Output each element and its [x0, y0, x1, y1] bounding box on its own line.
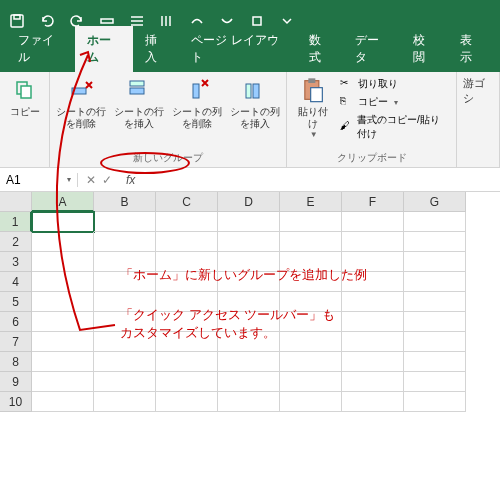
row-header-7[interactable]: 7 [0, 332, 32, 352]
cell-F9[interactable] [342, 372, 404, 392]
row-header-8[interactable]: 8 [0, 352, 32, 372]
paste-button[interactable]: 貼り付け ▼ [293, 76, 332, 142]
insert-row-button[interactable]: シートの行 を挿入 [114, 76, 164, 130]
cancel-icon[interactable]: ✕ [86, 173, 96, 187]
cell-G1[interactable] [404, 212, 466, 232]
cell-D2[interactable] [218, 232, 280, 252]
cut-button[interactable]: ✂切り取り [338, 76, 450, 92]
svg-rect-20 [310, 88, 322, 102]
cell-C2[interactable] [156, 232, 218, 252]
col-header-E[interactable]: E [280, 192, 342, 212]
delete-row-button[interactable]: シートの行 を削除 [56, 76, 106, 130]
tab-pagelayout[interactable]: ページ レイアウト [179, 26, 296, 72]
cell-D8[interactable] [218, 352, 280, 372]
cell-E8[interactable] [280, 352, 342, 372]
ribbon-tabs: ファイル ホーム 挿入 ページ レイアウト 数式 データ 校閲 表示 [0, 42, 500, 72]
tab-view[interactable]: 表示 [448, 26, 495, 72]
cell-A10[interactable] [32, 392, 94, 412]
row-header-1[interactable]: 1 [0, 212, 32, 232]
copy-icon: ⎘ [340, 95, 354, 109]
cell-F5[interactable] [342, 292, 404, 312]
tab-insert[interactable]: 挿入 [133, 26, 180, 72]
cell-A3[interactable] [32, 252, 94, 272]
col-header-A[interactable]: A [32, 192, 94, 212]
cell-G2[interactable] [404, 232, 466, 252]
cell-F7[interactable] [342, 332, 404, 352]
enter-icon[interactable]: ✓ [102, 173, 112, 187]
cell-G4[interactable] [404, 272, 466, 292]
col-header-C[interactable]: C [156, 192, 218, 212]
copy2-button[interactable]: ⎘コピー▾ [338, 94, 450, 110]
row-header-5[interactable]: 5 [0, 292, 32, 312]
cell-A1[interactable] [32, 212, 94, 232]
cell-B1[interactable] [94, 212, 156, 232]
scissors-icon: ✂ [340, 77, 354, 91]
cell-G8[interactable] [404, 352, 466, 372]
cell-F2[interactable] [342, 232, 404, 252]
cell-C8[interactable] [156, 352, 218, 372]
cell-E10[interactable] [280, 392, 342, 412]
name-box[interactable]: A1▾ [0, 173, 78, 187]
svg-rect-14 [130, 81, 144, 86]
cell-G3[interactable] [404, 252, 466, 272]
col-header-B[interactable]: B [94, 192, 156, 212]
col-header-D[interactable]: D [218, 192, 280, 212]
insert-col-button[interactable]: シートの列 を挿入 [230, 76, 280, 130]
tab-data[interactable]: データ [343, 26, 401, 72]
formula-bar: A1▾ ✕ ✓ fx [0, 168, 500, 192]
cell-D1[interactable] [218, 212, 280, 232]
cell-A5[interactable] [32, 292, 94, 312]
cell-A8[interactable] [32, 352, 94, 372]
tab-file[interactable]: ファイル [6, 26, 75, 72]
tab-review[interactable]: 校閲 [401, 26, 448, 72]
svg-rect-1 [14, 15, 20, 19]
cell-C1[interactable] [156, 212, 218, 232]
svg-rect-9 [253, 17, 261, 25]
cell-G6[interactable] [404, 312, 466, 332]
cell-B10[interactable] [94, 392, 156, 412]
row-header-10[interactable]: 10 [0, 392, 32, 412]
tab-home[interactable]: ホーム [75, 26, 133, 72]
cell-A2[interactable] [32, 232, 94, 252]
cell-B8[interactable] [94, 352, 156, 372]
col-header-G[interactable]: G [404, 192, 466, 212]
cell-F10[interactable] [342, 392, 404, 412]
cell-A7[interactable] [32, 332, 94, 352]
cell-A9[interactable] [32, 372, 94, 392]
new-group-label: 新しいグループ [133, 151, 203, 165]
fx-label[interactable]: fx [120, 173, 135, 187]
row-header-9[interactable]: 9 [0, 372, 32, 392]
copy-button[interactable]: コピー [0, 76, 50, 118]
cell-A6[interactable] [32, 312, 94, 332]
cell-A4[interactable] [32, 272, 94, 292]
select-all-corner[interactable] [0, 192, 32, 212]
cell-G10[interactable] [404, 392, 466, 412]
cell-C9[interactable] [156, 372, 218, 392]
cell-E1[interactable] [280, 212, 342, 232]
tab-formula[interactable]: 数式 [297, 26, 344, 72]
cell-F1[interactable] [342, 212, 404, 232]
cell-E9[interactable] [280, 372, 342, 392]
insert-col-icon [241, 76, 269, 104]
cell-D9[interactable] [218, 372, 280, 392]
row-header-3[interactable]: 3 [0, 252, 32, 272]
chevron-down-icon: ▾ [67, 175, 71, 184]
cell-G7[interactable] [404, 332, 466, 352]
row-header-6[interactable]: 6 [0, 312, 32, 332]
svg-rect-15 [193, 84, 199, 98]
row-header-2[interactable]: 2 [0, 232, 32, 252]
cell-F6[interactable] [342, 312, 404, 332]
cell-F8[interactable] [342, 352, 404, 372]
cell-E2[interactable] [280, 232, 342, 252]
format-painter-button[interactable]: 🖌書式のコピー/貼り付け [338, 112, 450, 142]
font-name-selector[interactable]: 游ゴシ [463, 76, 493, 106]
cell-B9[interactable] [94, 372, 156, 392]
cell-G5[interactable] [404, 292, 466, 312]
delete-col-button[interactable]: シートの列 を削除 [172, 76, 222, 130]
cell-G9[interactable] [404, 372, 466, 392]
row-header-4[interactable]: 4 [0, 272, 32, 292]
cell-C10[interactable] [156, 392, 218, 412]
col-header-F[interactable]: F [342, 192, 404, 212]
cell-D10[interactable] [218, 392, 280, 412]
cell-B2[interactable] [94, 232, 156, 252]
